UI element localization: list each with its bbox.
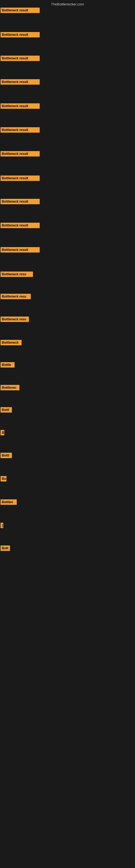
bottleneck-badge-23: Bott <box>1 546 10 551</box>
bottleneck-badge-12: Bottleneck resu <box>1 294 31 299</box>
bar-row-22: | <box>1 523 3 529</box>
bottleneck-badge-16: Bottlenec <box>1 385 19 390</box>
bar-row-23: Bott <box>1 546 10 552</box>
bottleneck-badge-2: Bottleneck result <box>1 56 40 61</box>
bottleneck-badge-6: Bottleneck result <box>1 151 40 156</box>
bottleneck-badge-7: Bottleneck result <box>1 176 40 181</box>
bottleneck-badge-13: Bottleneck resu <box>1 316 29 322</box>
bar-row-4: Bottleneck result <box>1 103 40 110</box>
bar-row-10: Bottleneck result <box>1 247 40 254</box>
bar-row-16: Bottlenec <box>1 385 19 392</box>
bottleneck-badge-21: Bottlen <box>1 499 17 505</box>
bottleneck-badge-1: Bottleneck result <box>1 32 40 37</box>
bar-row-15: Bottle <box>1 362 14 369</box>
bar-row-14: Bottleneck <box>1 340 21 346</box>
bottleneck-badge-14: Bottleneck <box>1 340 21 345</box>
bar-row-3: Bottleneck result <box>1 79 40 86</box>
bottleneck-badge-18: B <box>1 430 4 435</box>
bar-row-1: Bottleneck result <box>1 32 40 38</box>
page-wrapper: TheBottlenecker.com Bottleneck resultBot… <box>0 0 135 868</box>
bar-row-6: Bottleneck result <box>1 151 40 158</box>
bar-row-9: Bottleneck result <box>1 223 40 229</box>
bottleneck-badge-8: Bottleneck result <box>1 199 40 204</box>
bar-row-5: Bottleneck result <box>1 127 40 134</box>
bars-container: Bottleneck resultBottleneck resultBottle… <box>0 8 135 848</box>
bottleneck-badge-11: Bottleneck resu <box>1 272 33 277</box>
bottleneck-badge-4: Bottleneck result <box>1 103 40 109</box>
bottleneck-badge-20: Bo <box>1 476 6 482</box>
bar-row-7: Bottleneck result <box>1 176 40 182</box>
bottleneck-badge-5: Bottleneck result <box>1 127 40 133</box>
bar-row-20: Bo <box>1 476 6 483</box>
bottleneck-badge-15: Bottle <box>1 362 14 368</box>
bottleneck-badge-22: | <box>1 523 3 528</box>
bar-row-19: Bottl <box>1 453 12 459</box>
bottleneck-badge-0: Bottleneck result <box>1 8 40 13</box>
bottleneck-badge-3: Bottleneck result <box>1 79 40 85</box>
bar-row-13: Bottleneck resu <box>1 316 29 323</box>
bar-row-0: Bottleneck result <box>1 8 40 14</box>
site-title: TheBottlenecker.com <box>51 2 84 6</box>
bar-row-17: Bottl <box>1 407 12 414</box>
bar-row-12: Bottleneck resu <box>1 294 31 300</box>
bottleneck-badge-17: Bottl <box>1 407 12 412</box>
bar-row-2: Bottleneck result <box>1 56 40 62</box>
bar-row-21: Bottlen <box>1 499 17 506</box>
bottleneck-badge-10: Bottleneck result <box>1 247 40 252</box>
bar-row-8: Bottleneck result <box>1 199 40 205</box>
bar-row-11: Bottleneck resu <box>1 272 33 278</box>
site-header: TheBottlenecker.com <box>0 0 135 8</box>
bar-row-18: B <box>1 430 4 436</box>
bottleneck-badge-9: Bottleneck result <box>1 223 40 228</box>
bottleneck-badge-19: Bottl <box>1 453 12 458</box>
